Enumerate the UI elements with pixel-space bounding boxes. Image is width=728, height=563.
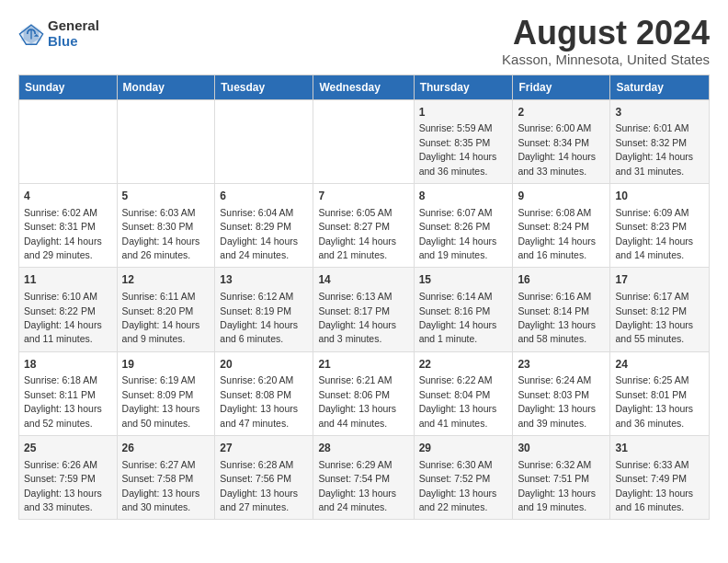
day-info: Sunrise: 6:26 AM Sunset: 7:59 PM Dayligh… <box>24 459 102 512</box>
day-info: Sunrise: 6:30 AM Sunset: 7:52 PM Dayligh… <box>419 459 497 512</box>
day-info: Sunrise: 6:02 AM Sunset: 8:31 PM Dayligh… <box>24 207 102 260</box>
day-info: Sunrise: 6:10 AM Sunset: 8:22 PM Dayligh… <box>24 291 102 344</box>
day-number: 10 <box>615 189 704 204</box>
day-number: 13 <box>220 272 308 288</box>
calendar-cell: 27Sunrise: 6:28 AM Sunset: 7:56 PM Dayli… <box>215 436 313 520</box>
calendar-cell: 3Sunrise: 6:01 AM Sunset: 8:32 PM Daylig… <box>610 99 710 183</box>
main-title: August 2024 <box>502 15 710 52</box>
calendar-table: Sunday Monday Tuesday Wednesday Thursday… <box>18 75 710 521</box>
day-info: Sunrise: 6:16 AM Sunset: 8:14 PM Dayligh… <box>518 291 596 344</box>
calendar-week-1: 4Sunrise: 6:02 AM Sunset: 8:31 PM Daylig… <box>19 183 710 267</box>
day-info: Sunrise: 6:21 AM Sunset: 8:06 PM Dayligh… <box>318 374 396 428</box>
logo-text: General Blue <box>48 18 99 49</box>
day-info: Sunrise: 6:12 AM Sunset: 8:19 PM Dayligh… <box>220 291 298 344</box>
day-number: 8 <box>419 189 508 204</box>
page: General Blue August 2024 Kasson, Minneso… <box>0 0 728 529</box>
day-info: Sunrise: 6:14 AM Sunset: 8:16 PM Dayligh… <box>419 291 497 344</box>
calendar-cell: 17Sunrise: 6:17 AM Sunset: 8:12 PM Dayli… <box>610 268 710 351</box>
logo-icon <box>18 21 44 47</box>
day-number: 28 <box>318 441 408 456</box>
day-number: 22 <box>419 357 508 373</box>
day-number: 15 <box>419 272 508 288</box>
calendar-cell: 5Sunrise: 6:03 AM Sunset: 8:30 PM Daylig… <box>117 183 215 267</box>
calendar-cell <box>313 99 414 183</box>
calendar-cell: 21Sunrise: 6:21 AM Sunset: 8:06 PM Dayli… <box>313 351 414 435</box>
calendar-cell: 8Sunrise: 6:07 AM Sunset: 8:26 PM Daylig… <box>414 183 513 267</box>
col-saturday: Saturday <box>610 75 710 99</box>
col-friday: Friday <box>513 75 610 99</box>
calendar-cell: 16Sunrise: 6:16 AM Sunset: 8:14 PM Dayli… <box>513 268 610 351</box>
day-number: 29 <box>419 441 508 456</box>
logo-general: General <box>48 18 99 34</box>
day-number: 7 <box>318 189 408 204</box>
day-info: Sunrise: 6:09 AM Sunset: 8:23 PM Dayligh… <box>615 207 693 260</box>
calendar-cell: 31Sunrise: 6:33 AM Sunset: 7:49 PM Dayli… <box>610 436 710 520</box>
day-number: 12 <box>122 272 210 288</box>
day-number: 14 <box>318 272 408 288</box>
calendar-cell: 14Sunrise: 6:13 AM Sunset: 8:17 PM Dayli… <box>313 268 414 351</box>
header: General Blue August 2024 Kasson, Minneso… <box>18 15 710 67</box>
day-number: 11 <box>24 272 112 288</box>
day-info: Sunrise: 6:01 AM Sunset: 8:32 PM Dayligh… <box>615 122 693 176</box>
day-info: Sunrise: 6:20 AM Sunset: 8:08 PM Dayligh… <box>220 374 298 428</box>
calendar-cell: 1Sunrise: 5:59 AM Sunset: 8:35 PM Daylig… <box>414 99 513 183</box>
day-info: Sunrise: 6:03 AM Sunset: 8:30 PM Dayligh… <box>122 207 200 260</box>
day-info: Sunrise: 6:13 AM Sunset: 8:17 PM Dayligh… <box>318 291 396 344</box>
day-number: 1 <box>419 105 508 121</box>
day-info: Sunrise: 6:19 AM Sunset: 8:09 PM Dayligh… <box>122 374 200 428</box>
day-info: Sunrise: 6:08 AM Sunset: 8:24 PM Dayligh… <box>518 207 596 260</box>
calendar-cell <box>215 99 313 183</box>
day-info: Sunrise: 6:11 AM Sunset: 8:20 PM Dayligh… <box>122 291 200 344</box>
day-number: 9 <box>518 189 605 204</box>
calendar-cell: 23Sunrise: 6:24 AM Sunset: 8:03 PM Dayli… <box>513 351 610 435</box>
day-info: Sunrise: 6:07 AM Sunset: 8:26 PM Dayligh… <box>419 207 497 260</box>
day-number: 18 <box>24 357 112 373</box>
col-monday: Monday <box>117 75 215 99</box>
day-number: 3 <box>615 105 704 121</box>
logo: General Blue <box>18 18 99 49</box>
calendar-cell: 18Sunrise: 6:18 AM Sunset: 8:11 PM Dayli… <box>19 351 118 435</box>
day-info: Sunrise: 6:25 AM Sunset: 8:01 PM Dayligh… <box>615 374 693 428</box>
col-thursday: Thursday <box>414 75 513 99</box>
day-info: Sunrise: 6:27 AM Sunset: 7:58 PM Dayligh… <box>122 459 200 512</box>
calendar-cell: 12Sunrise: 6:11 AM Sunset: 8:20 PM Dayli… <box>117 268 215 351</box>
day-number: 16 <box>518 272 605 288</box>
day-number: 24 <box>615 357 704 373</box>
subtitle: Kasson, Minnesota, United States <box>502 52 710 67</box>
day-info: Sunrise: 6:05 AM Sunset: 8:27 PM Dayligh… <box>318 207 396 260</box>
calendar-cell: 24Sunrise: 6:25 AM Sunset: 8:01 PM Dayli… <box>610 351 710 435</box>
calendar-week-0: 1Sunrise: 5:59 AM Sunset: 8:35 PM Daylig… <box>19 99 710 183</box>
calendar-cell: 9Sunrise: 6:08 AM Sunset: 8:24 PM Daylig… <box>513 183 610 267</box>
day-number: 6 <box>220 189 308 204</box>
day-info: Sunrise: 6:18 AM Sunset: 8:11 PM Dayligh… <box>24 374 102 428</box>
col-sunday: Sunday <box>19 75 118 99</box>
day-number: 4 <box>24 189 112 204</box>
day-info: Sunrise: 5:59 AM Sunset: 8:35 PM Dayligh… <box>419 122 497 176</box>
title-block: August 2024 Kasson, Minnesota, United St… <box>502 15 710 67</box>
calendar-week-3: 18Sunrise: 6:18 AM Sunset: 8:11 PM Dayli… <box>19 351 710 435</box>
calendar-cell: 4Sunrise: 6:02 AM Sunset: 8:31 PM Daylig… <box>19 183 118 267</box>
calendar-cell: 19Sunrise: 6:19 AM Sunset: 8:09 PM Dayli… <box>117 351 215 435</box>
calendar-cell: 7Sunrise: 6:05 AM Sunset: 8:27 PM Daylig… <box>313 183 414 267</box>
calendar-cell: 13Sunrise: 6:12 AM Sunset: 8:19 PM Dayli… <box>215 268 313 351</box>
calendar-cell: 22Sunrise: 6:22 AM Sunset: 8:04 PM Dayli… <box>414 351 513 435</box>
day-number: 5 <box>122 189 210 204</box>
day-number: 2 <box>518 105 605 121</box>
calendar-cell <box>19 99 118 183</box>
day-info: Sunrise: 6:04 AM Sunset: 8:29 PM Dayligh… <box>220 207 298 260</box>
calendar-cell: 26Sunrise: 6:27 AM Sunset: 7:58 PM Dayli… <box>117 436 215 520</box>
day-number: 20 <box>220 357 308 373</box>
day-number: 19 <box>122 357 210 373</box>
calendar-cell <box>117 99 215 183</box>
day-number: 25 <box>24 441 112 456</box>
day-info: Sunrise: 6:28 AM Sunset: 7:56 PM Dayligh… <box>220 459 298 512</box>
calendar-cell: 2Sunrise: 6:00 AM Sunset: 8:34 PM Daylig… <box>513 99 610 183</box>
day-info: Sunrise: 6:22 AM Sunset: 8:04 PM Dayligh… <box>419 374 497 428</box>
day-info: Sunrise: 6:17 AM Sunset: 8:12 PM Dayligh… <box>615 291 693 344</box>
day-number: 31 <box>615 441 704 456</box>
header-row: Sunday Monday Tuesday Wednesday Thursday… <box>19 75 710 99</box>
calendar-cell: 20Sunrise: 6:20 AM Sunset: 8:08 PM Dayli… <box>215 351 313 435</box>
day-info: Sunrise: 6:24 AM Sunset: 8:03 PM Dayligh… <box>518 374 596 428</box>
day-number: 17 <box>615 272 704 288</box>
calendar-week-2: 11Sunrise: 6:10 AM Sunset: 8:22 PM Dayli… <box>19 268 710 351</box>
